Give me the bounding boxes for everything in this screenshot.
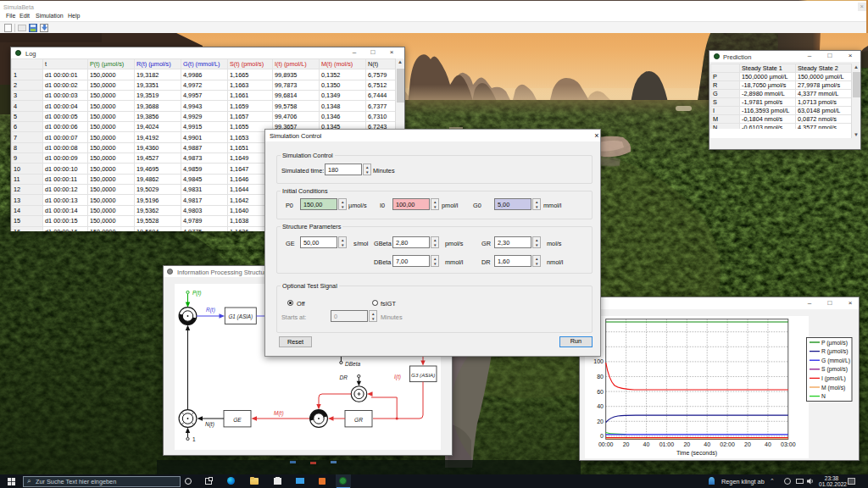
svg-text:20: 20: [623, 441, 630, 447]
svg-text:0: 0: [600, 433, 604, 439]
svg-text:100: 100: [593, 358, 604, 364]
svg-text:01:00: 01:00: [659, 441, 675, 447]
svg-text:1: 1: [192, 436, 196, 442]
svg-text:M(t): M(t): [274, 410, 284, 417]
svg-text:I (pmol/L): I (pmol/L): [821, 375, 846, 382]
svg-text:Time (seconds): Time (seconds): [676, 450, 717, 457]
svg-text:G1 (ASIA): G1 (ASIA): [228, 313, 253, 320]
svg-text:R (µmol/s): R (µmol/s): [821, 348, 848, 355]
svg-text:20: 20: [683, 441, 690, 447]
svg-text:60: 60: [597, 389, 604, 395]
svg-text:80: 80: [597, 374, 604, 380]
svg-text:03:00: 03:00: [781, 441, 796, 447]
svg-text:02:00: 02:00: [720, 441, 735, 447]
svg-text:G (mmol/L): G (mmol/L): [821, 358, 850, 364]
svg-text:DR: DR: [340, 374, 348, 380]
svg-text:P(t): P(t): [192, 290, 201, 297]
svg-text:20: 20: [597, 419, 604, 424]
svg-text:40: 40: [765, 441, 771, 447]
svg-text:DBeta: DBeta: [345, 361, 360, 367]
svg-text:00:00: 00:00: [598, 441, 614, 447]
svg-text:P (µmol/s): P (µmol/s): [821, 340, 848, 347]
svg-text:20: 20: [744, 441, 751, 447]
svg-text:GE: GE: [233, 417, 242, 423]
svg-text:R(t): R(t): [206, 307, 215, 313]
svg-text:GR: GR: [354, 417, 363, 423]
svg-text:40: 40: [643, 441, 650, 447]
svg-text:M (mol/s): M (mol/s): [821, 385, 845, 391]
svg-text:I(t): I(t): [394, 374, 401, 380]
svg-text:G3 (ASIA): G3 (ASIA): [411, 372, 435, 378]
svg-text:S (pmol/s): S (pmol/s): [821, 366, 848, 373]
svg-text:N(t): N(t): [205, 421, 214, 428]
svg-text:N: N: [821, 393, 826, 399]
svg-text:40: 40: [704, 441, 710, 447]
svg-text:40: 40: [597, 403, 604, 409]
